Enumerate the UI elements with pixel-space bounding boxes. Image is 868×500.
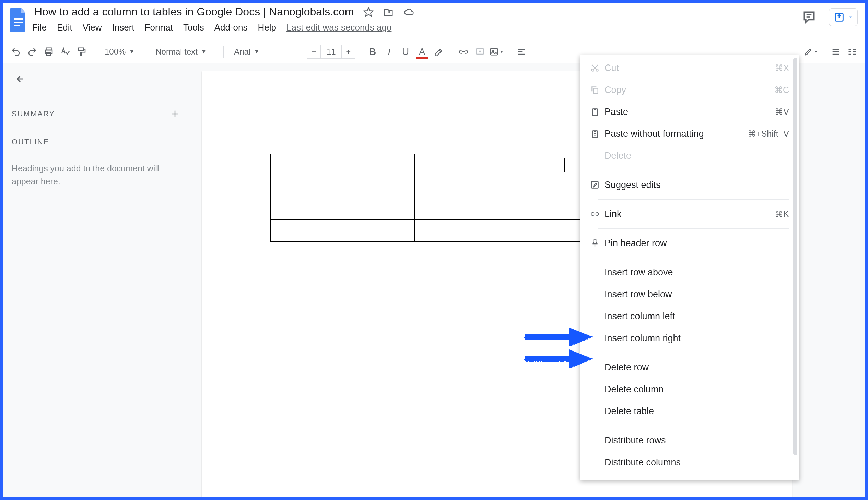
- zoom-value: 100%: [105, 47, 126, 57]
- link-icon: [587, 209, 602, 218]
- context-menu-separator: [598, 199, 789, 200]
- context-menu-item-label: Paste: [602, 107, 775, 117]
- context-menu-item-paste-without-formatting[interactable]: Paste without formatting⌘+Shift+V: [580, 123, 799, 145]
- menu-view[interactable]: View: [83, 22, 102, 33]
- open-comments-button[interactable]: [799, 8, 819, 27]
- editing-mode-button[interactable]: ▼: [803, 44, 818, 59]
- outline-empty-hint: Headings you add to the document will ap…: [12, 162, 182, 188]
- svg-point-32: [596, 69, 598, 71]
- menu-file[interactable]: File: [32, 22, 47, 33]
- context-menu-separator: [598, 425, 789, 426]
- menu-addons[interactable]: Add-ons: [214, 22, 248, 33]
- menu-tools[interactable]: Tools: [183, 22, 204, 33]
- paste-plain-icon: [587, 129, 602, 138]
- divider: [12, 129, 182, 129]
- undo-button[interactable]: [8, 44, 23, 59]
- align-button[interactable]: [514, 44, 529, 59]
- svg-rect-2: [14, 25, 20, 26]
- context-menu-item-suggest-edits[interactable]: Suggest edits: [580, 174, 799, 196]
- menu-format[interactable]: Format: [145, 22, 173, 33]
- add-summary-button[interactable]: [168, 107, 182, 121]
- svg-rect-42: [524, 334, 572, 340]
- context-menu-item-label: Link: [602, 209, 775, 219]
- context-menu-separator: [598, 258, 789, 258]
- context-menu-item-delete-row[interactable]: Delete row: [580, 356, 799, 378]
- context-menu-item-distribute-rows[interactable]: Distribute rows: [580, 429, 799, 451]
- pin-icon: [587, 239, 602, 248]
- context-menu-item-pin-header-row[interactable]: Pin header row: [580, 232, 799, 254]
- highlight-color-button[interactable]: [431, 44, 446, 59]
- cloud-status-icon[interactable]: [403, 7, 415, 17]
- svg-rect-44: [524, 356, 572, 362]
- insert-image-button[interactable]: ▼: [489, 44, 504, 59]
- context-menu-item-insert-row-above[interactable]: Insert row above: [580, 261, 799, 283]
- expand-button[interactable]: [845, 44, 860, 59]
- menu-bar: File Edit View Insert Format Tools Add-o…: [32, 22, 415, 33]
- context-menu-item-label: Delete row: [602, 362, 789, 373]
- context-menu-item-label: Copy: [602, 85, 774, 95]
- outline-collapse-button[interactable]: [12, 71, 27, 87]
- context-menu-item-label: Insert column left: [602, 311, 789, 322]
- share-button[interactable]: [829, 8, 858, 26]
- context-menu-separator: [598, 228, 789, 229]
- font-size-decrease-button[interactable]: −: [307, 45, 321, 59]
- zoom-select[interactable]: 100% ▼: [99, 44, 140, 59]
- font-select[interactable]: Arial ▼: [228, 44, 297, 59]
- menu-help[interactable]: Help: [258, 22, 276, 33]
- menu-insert[interactable]: Insert: [112, 22, 135, 33]
- title-block: How to add a column to tables in Google …: [32, 5, 415, 33]
- context-menu-item-copy: Copy⌘C: [580, 79, 799, 101]
- docs-logo[interactable]: [8, 5, 30, 35]
- svg-rect-33: [594, 89, 598, 94]
- context-menu-scrollbar[interactable]: [793, 58, 797, 455]
- spellcheck-button[interactable]: [58, 44, 73, 59]
- svg-rect-1: [14, 22, 23, 23]
- context-menu-item-paste[interactable]: Paste⌘V: [580, 101, 799, 123]
- star-icon[interactable]: [363, 7, 374, 17]
- italic-button[interactable]: I: [382, 44, 397, 59]
- font-size-control: − 11 +: [307, 45, 355, 59]
- redo-button[interactable]: [25, 44, 40, 59]
- context-menu-item-label: Insert column right: [602, 333, 789, 344]
- context-menu-item-label: Cut: [602, 63, 775, 73]
- font-size-value[interactable]: 11: [321, 45, 341, 59]
- svg-marker-43: [569, 327, 593, 346]
- svg-marker-45: [569, 349, 593, 368]
- context-menu-item-delete-column[interactable]: Delete column: [580, 378, 799, 400]
- context-menu-item-insert-row-below[interactable]: Insert row below: [580, 283, 799, 305]
- svg-rect-10: [78, 48, 83, 50]
- print-button[interactable]: [41, 44, 56, 59]
- underline-button[interactable]: U: [398, 44, 413, 59]
- font-size-increase-button[interactable]: +: [341, 45, 355, 59]
- svg-point-31: [591, 69, 594, 71]
- add-comment-button[interactable]: [472, 44, 487, 59]
- context-menu-item-label: Pin header row: [602, 238, 789, 249]
- context-menu: Cut⌘XCopy⌘CPaste⌘VPaste without formatti…: [580, 55, 799, 480]
- document-title[interactable]: How to add a column to tables in Google …: [32, 5, 356, 19]
- context-menu-item-delete-table[interactable]: Delete table: [580, 400, 799, 422]
- text-color-button[interactable]: A: [415, 44, 430, 59]
- menu-edit[interactable]: Edit: [57, 22, 72, 33]
- svg-marker-3: [364, 8, 373, 16]
- hide-menus-button[interactable]: [828, 44, 843, 59]
- move-icon[interactable]: [383, 7, 394, 17]
- bold-button[interactable]: B: [365, 44, 380, 59]
- context-menu-separator: [598, 353, 789, 353]
- context-menu-item-distribute-columns[interactable]: Distribute columns: [580, 451, 799, 473]
- header: How to add a column to tables in Google …: [3, 3, 865, 41]
- context-menu-item-label: Distribute rows: [602, 435, 789, 446]
- paragraph-style-select[interactable]: Normal text ▼: [150, 44, 218, 59]
- context-menu-item-label: Insert row above: [602, 267, 789, 278]
- last-edit-link[interactable]: Last edit was seconds ago: [286, 22, 392, 33]
- font-value: Arial: [234, 47, 250, 57]
- context-menu-item-insert-column-right[interactable]: Insert column right: [580, 327, 799, 349]
- context-menu-item-label: Delete column: [602, 384, 789, 395]
- paint-format-button[interactable]: [74, 44, 89, 59]
- context-menu-item-label: Distribute columns: [602, 457, 789, 468]
- insert-link-button[interactable]: [456, 44, 471, 59]
- copy-icon: [587, 86, 602, 94]
- context-menu-item-label: Paste without formatting: [602, 128, 747, 139]
- context-menu-item-link[interactable]: Link⌘K: [580, 203, 799, 225]
- outline-panel: SUMMARY OUTLINE Headings you add to the …: [3, 63, 191, 497]
- context-menu-item-insert-column-left[interactable]: Insert column left: [580, 305, 799, 327]
